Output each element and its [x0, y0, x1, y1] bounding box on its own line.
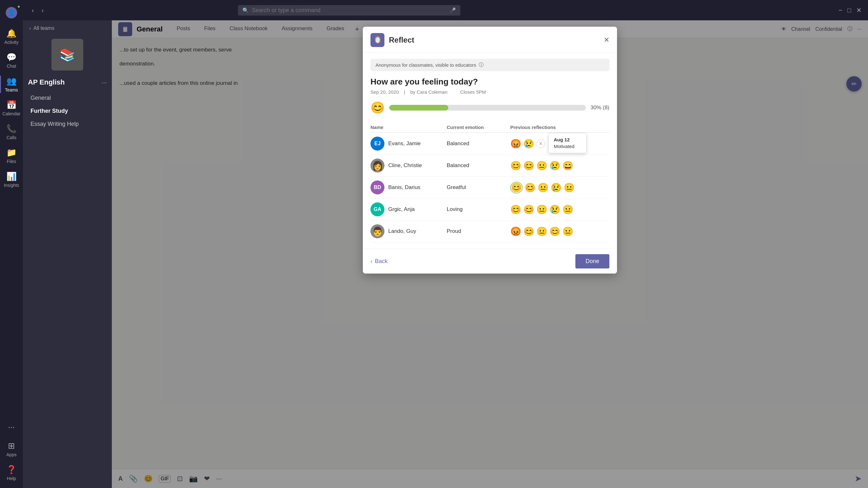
sidebar-user-avatar[interactable]: 👤: [0, 3, 23, 25]
emotion-cell: Balanced: [447, 141, 510, 147]
mic-icon[interactable]: 🎤: [450, 7, 456, 13]
all-teams-link[interactable]: ‹ All teams: [23, 20, 112, 36]
sidebar-item-label: Apps: [6, 452, 17, 457]
team-header: AP English ···: [23, 73, 112, 92]
insights-icon: 📊: [6, 172, 17, 181]
reflection-emoji: 😐: [562, 204, 574, 215]
sidebar-item-label: Insights: [4, 183, 19, 188]
channel-item-further-study[interactable]: Further Study: [23, 104, 112, 118]
reflect-modal: 🪞 Reflect ✕ Anonymous for classmates, vi…: [363, 27, 617, 274]
student-avatar: 👩: [370, 158, 384, 173]
chat-icon: 💬: [6, 53, 17, 62]
col-name: Name: [370, 125, 447, 130]
maximize-button[interactable]: □: [847, 7, 851, 14]
reflection-emoji: 😢: [549, 204, 560, 215]
student-cell: BD Banis, Darius: [370, 180, 447, 194]
channel-item-general[interactable]: General: [23, 92, 112, 104]
channel-item-essay-writing[interactable]: Essay Writing Help: [23, 118, 112, 130]
search-icon: 🔍: [242, 7, 249, 13]
search-bar[interactable]: 🔍 🎤: [238, 5, 460, 16]
tooltip-date: Aug 12: [554, 137, 581, 142]
main-area: ‹ › 🔍 🎤 − □ ✕ ‹ All teams 📚: [23, 0, 868, 488]
info-icon: ⓘ: [479, 62, 484, 68]
topbar-right: − □ ✕: [838, 6, 862, 14]
content-area: ‹ All teams 📚 AP English ··· General Fur…: [23, 20, 868, 488]
reflection-emoji: 😄: [562, 160, 574, 171]
reflection-emoji: 😊: [525, 182, 536, 193]
student-name: Grgic, Anja: [388, 206, 414, 213]
tooltip-emotion: Motivated: [554, 144, 581, 149]
sidebar-more[interactable]: ···: [0, 419, 23, 437]
emotion-cell: Greatful: [447, 184, 510, 191]
student-cell: GA Grgic, Anja: [370, 203, 447, 216]
sidebar-item-chat[interactable]: 💬 Chat: [0, 49, 23, 72]
forward-button[interactable]: ›: [39, 5, 46, 15]
sidebar-item-label: Activity: [4, 40, 19, 45]
col-reflections: Previous reflections: [510, 125, 609, 130]
team-avatar: 📚: [52, 39, 83, 70]
sidebar-item-insights[interactable]: 📊 Insights: [0, 168, 23, 191]
nav-buttons: ‹ ›: [29, 5, 46, 15]
student-cell: 👩 Cline, Christie: [370, 158, 447, 173]
table-row: 👨 Lando, Guy Proud 😡 😊 😐 😊 😐: [370, 220, 609, 242]
reflection-emoji: 😐: [564, 182, 575, 193]
chevron-left-icon: ‹: [29, 25, 31, 31]
sidebar-item-label: Files: [7, 159, 16, 164]
reflect-icon: 🪞: [370, 33, 384, 47]
sidebar-item-calendar[interactable]: 📅 Calendar: [0, 96, 23, 120]
reflection-emoji: 😊: [510, 182, 523, 193]
sidebar-item-label: Help: [7, 476, 16, 481]
progress-bar-fill: [389, 105, 448, 111]
sidebar: 👤 🔔 Activity 💬 Chat 👥 Teams 📅 Calendar 📞…: [0, 0, 23, 488]
student-avatar: 👨: [370, 224, 384, 238]
reflection-emoji: 😊: [510, 160, 521, 171]
search-input[interactable]: [252, 7, 446, 14]
reflection-emoji: 😐: [562, 226, 574, 237]
minimize-button[interactable]: −: [838, 7, 842, 14]
sidebar-item-files[interactable]: 📁 Files: [0, 144, 23, 168]
reflections-cell: 😊 😊 😐 😢 😐: [510, 204, 609, 215]
table-row: BD Banis, Darius Greatful 😊 😊 😐 😢 😐: [370, 177, 609, 199]
channel-content: 📋 General Posts Files Class Notebook Ass…: [112, 20, 868, 488]
table-row: 👩 Cline, Christie Balanced 😊 😊 😐 😢 😄: [370, 155, 609, 177]
anon-text: Anonymous for classmates, visible to edu…: [376, 62, 476, 68]
back-label: Back: [375, 258, 388, 265]
sidebar-item-teams[interactable]: 👥 Teams: [0, 72, 23, 96]
done-button[interactable]: Done: [576, 254, 609, 269]
student-name: Evans, Jamie: [388, 141, 421, 147]
close-button[interactable]: ✕: [856, 6, 862, 14]
table-row: GA Grgic, Anja Loving 😊 😊 😐 😢 😐: [370, 199, 609, 220]
sidebar-item-label: Calls: [6, 135, 16, 140]
reflection-emoji: 😊: [523, 204, 534, 215]
calls-icon: 📞: [6, 124, 17, 134]
reflection-emoji: 😊: [523, 160, 534, 171]
reflection-emoji: 😐: [536, 204, 548, 215]
modal-close-button[interactable]: ✕: [604, 36, 609, 44]
sidebar-item-help[interactable]: ❓ Help: [0, 461, 23, 485]
reflection-emoji: 😊: [523, 226, 534, 237]
more-icon: ···: [8, 422, 15, 432]
back-button[interactable]: ‹ Back: [370, 258, 388, 265]
sidebar-item-apps[interactable]: ⊞ Apps: [0, 437, 23, 461]
modal-body: Anonymous for classmates, visible to edu…: [363, 53, 617, 249]
progress-row: 😊 30% (8): [370, 101, 609, 114]
col-emotion: Current emotion: [447, 125, 510, 130]
calendar-icon: 📅: [6, 100, 17, 110]
avatar[interactable]: 👤: [6, 7, 17, 19]
meta-separator: |: [404, 89, 406, 95]
reflections-cell: 😊 😊 😐 😢 😄: [510, 160, 609, 171]
help-icon: ❓: [6, 465, 17, 475]
sidebar-item-activity[interactable]: 🔔 Activity: [0, 25, 23, 49]
student-name: Lando, Guy: [388, 228, 416, 235]
team-more-button[interactable]: ···: [101, 79, 107, 86]
reflection-emoji: 😐: [536, 226, 548, 237]
emotion-cell: Balanced: [447, 162, 510, 169]
back-button[interactable]: ‹: [29, 5, 36, 15]
emotion-cell: Proud: [447, 228, 510, 235]
sidebar-item-label: Chat: [7, 64, 16, 69]
reflections-cell: 😊 😊 😐 😢 😐: [510, 182, 609, 193]
progress-percent: 30% (8): [590, 104, 609, 111]
sidebar-item-calls[interactable]: 📞 Calls: [0, 120, 23, 144]
activity-icon: 🔔: [6, 29, 17, 38]
sidebar-item-label: Teams: [5, 87, 18, 92]
